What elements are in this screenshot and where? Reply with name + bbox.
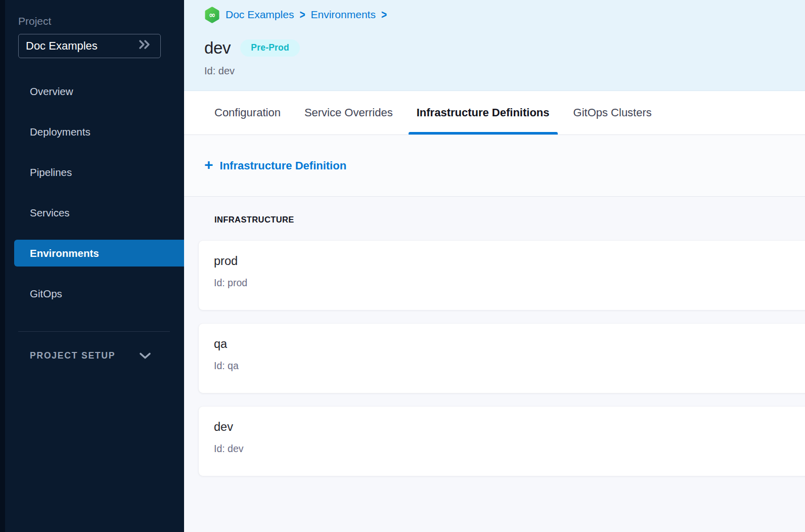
project-setup-label: PROJECT SETUP [30,350,115,361]
environment-detail-page: ∞ Doc Examples > Environments > dev Pre-… [184,0,805,532]
sidebar-item-label: GitOps [0,288,62,300]
infrastructure-id: Id: prod [214,277,796,289]
chevron-down-icon [139,351,152,360]
infrastructure-id: Id: dev [214,443,796,455]
project-sidebar: Project Doc Examples Overview Deployment… [0,0,184,532]
infrastructure-row-prod[interactable]: prod Id: prod [199,241,805,310]
environment-header: ∞ Doc Examples > Environments > dev Pre-… [184,0,805,91]
tab-gitops-clusters[interactable]: GitOps Clusters [573,91,652,135]
sidebar-item-gitops[interactable]: GitOps [0,274,184,314]
svg-text:∞: ∞ [209,10,215,20]
harness-cd-icon: ∞ [204,7,220,23]
infrastructure-name: qa [214,337,796,351]
sidebar-item-label: Environments [0,247,99,259]
infrastructure-row-qa[interactable]: qa Id: qa [199,324,805,393]
breadcrumb-separator-icon: > [381,8,387,22]
sidebar-item-label: Pipelines [0,166,72,179]
environment-tabs: Configuration Service Overrides Infrastr… [184,91,805,135]
infrastructure-toolbar: + Infrastructure Definition [184,135,805,197]
app-window: Project Doc Examples Overview Deployment… [0,0,805,532]
plus-icon: + [204,157,213,172]
sidebar-item-label: Services [0,207,70,219]
breadcrumb: ∞ Doc Examples > Environments > [204,7,805,23]
sidebar-item-label: Deployments [0,126,91,138]
environment-id: Id: dev [204,65,805,77]
infrastructure-row-dev[interactable]: dev Id: dev [199,407,805,476]
project-selector-value: Doc Examples [26,39,98,53]
sidebar-item-services[interactable]: Services [0,193,184,233]
sidebar-divider [18,331,170,332]
project-selector[interactable]: Doc Examples [18,34,161,58]
double-chevron-right-icon [138,39,153,53]
project-setup-toggle[interactable]: PROJECT SETUP [30,350,184,361]
sidebar-nav: Overview Deployments Pipelines Services … [0,71,184,314]
environment-type-badge: Pre-Prod [240,39,300,57]
sidebar-item-overview[interactable]: Overview [0,71,184,112]
breadcrumb-separator-icon: > [299,8,305,22]
tab-infrastructure-definitions[interactable]: Infrastructure Definitions [417,91,550,135]
sidebar-item-pipelines[interactable]: Pipelines [0,152,184,193]
add-button-label: Infrastructure Definition [220,159,347,172]
infrastructure-name: prod [214,254,796,268]
title-row: dev Pre-Prod [204,38,805,58]
project-label: Project [18,15,184,27]
infrastructure-id: Id: qa [214,360,796,372]
page-title: dev [204,38,231,58]
sidebar-item-environments[interactable]: Environments [0,233,184,274]
infrastructure-list: INFRASTRUCTURE prod Id: prod qa Id: qa d… [184,197,805,532]
breadcrumb-link-project[interactable]: Doc Examples [226,9,294,21]
infrastructure-name: dev [214,420,796,434]
breadcrumb-link-environments[interactable]: Environments [311,9,376,21]
sidebar-item-label: Overview [0,85,73,98]
tab-configuration[interactable]: Configuration [214,91,281,135]
infrastructure-cards: prod Id: prod qa Id: qa dev Id: dev [199,241,805,476]
tab-service-overrides[interactable]: Service Overrides [304,91,393,135]
add-infrastructure-definition-button[interactable]: + Infrastructure Definition [204,159,346,172]
sidebar-item-deployments[interactable]: Deployments [0,112,184,152]
column-header-infrastructure: INFRASTRUCTURE [199,215,805,225]
